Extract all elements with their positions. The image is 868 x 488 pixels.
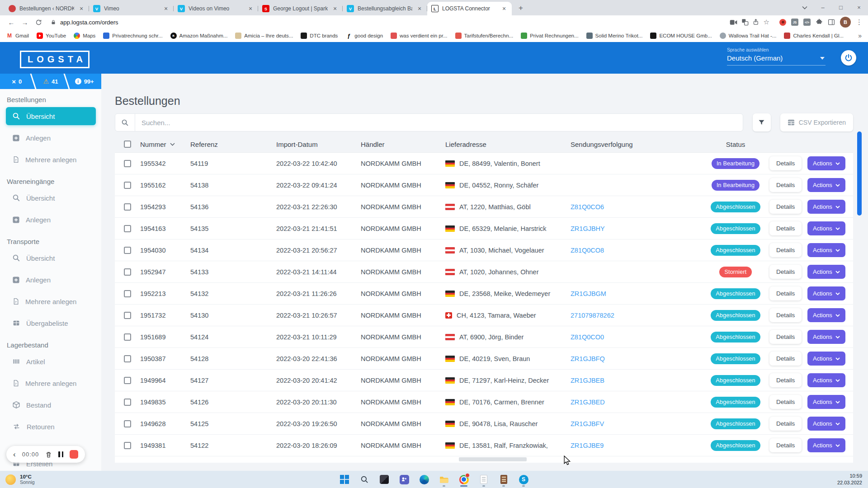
details-button[interactable]: Details <box>769 221 802 235</box>
column-haendler[interactable]: Händler <box>361 141 445 148</box>
details-button[interactable]: Details <box>769 330 802 344</box>
sidebar-item-transporte-anlegen[interactable]: Anlegen <box>6 271 96 289</box>
maximize-button[interactable]: □ <box>832 0 850 15</box>
row-checkbox[interactable] <box>124 160 131 167</box>
column-import-datum[interactable]: Import-Datum <box>276 141 361 148</box>
reload-icon[interactable] <box>33 16 44 28</box>
sidebar-item-transporte-mehrere-anlegen[interactable]: Mehrere anlegen <box>6 292 96 310</box>
details-button[interactable]: Details <box>769 417 802 431</box>
row-checkbox[interactable] <box>124 182 131 189</box>
taskbar-notepad-icon[interactable] <box>476 472 492 487</box>
minimize-button[interactable]: – <box>814 0 832 15</box>
bookmark-was-verdient-ein-pr-[interactable]: was verdient ein pr... <box>391 33 447 39</box>
actions-button[interactable]: Actions <box>807 265 845 279</box>
row-checkbox[interactable] <box>124 268 131 276</box>
actions-button[interactable]: Actions <box>807 330 845 344</box>
stat-warnings[interactable]: ⚠ 41 <box>34 74 68 89</box>
sidebar-item-transporte-übersicht[interactable]: Übersicht <box>6 249 96 267</box>
bookmark-gmail[interactable]: MGmail <box>6 33 29 39</box>
browser-tab-5[interactable]: VBestellungsabgleich Bankeingan× <box>343 2 427 15</box>
row-checkbox[interactable] <box>124 290 131 297</box>
puzzle-extensions-icon[interactable] <box>816 19 823 26</box>
bookmark-ecom-house-gmb-[interactable]: ECOM HOUSE Gmb... <box>650 33 712 39</box>
bookmarks-overflow-icon[interactable]: » <box>854 32 862 39</box>
sidebar-item-lagerbestand-artikel[interactable]: Artikel <box>6 352 96 371</box>
taskbar-search-icon[interactable] <box>356 472 373 487</box>
tab-close-icon[interactable]: × <box>162 5 170 12</box>
stop-recording-button[interactable] <box>70 450 78 459</box>
actions-button[interactable]: Actions <box>807 156 845 170</box>
tracking-link[interactable]: ZR1GJBEB <box>571 377 604 384</box>
actions-button[interactable]: Actions <box>807 438 845 452</box>
recorder-extension-icon[interactable] <box>779 19 786 26</box>
row-checkbox[interactable] <box>124 312 131 319</box>
actions-button[interactable]: Actions <box>807 373 845 387</box>
taskbar-start-icon[interactable] <box>336 472 353 487</box>
bookmark-dtc-brands[interactable]: DTC brands <box>301 33 338 39</box>
tab-close-icon[interactable]: × <box>500 5 508 12</box>
back-icon[interactable]: ← <box>5 16 17 28</box>
omnibox[interactable]: app.logsta.com/orders ☆ <box>46 16 774 28</box>
media-camera-icon[interactable] <box>730 19 737 25</box>
stat-errors[interactable]: × 0 <box>0 74 34 89</box>
collapse-chevron-icon[interactable]: ‹ <box>13 450 16 458</box>
close-button[interactable]: × <box>850 0 868 15</box>
row-checkbox[interactable] <box>124 247 131 254</box>
forward-icon[interactable]: → <box>19 16 31 28</box>
bookmark-solid-merino-trikot-[interactable]: Solid Merino Trikot... <box>586 33 643 39</box>
details-button[interactable]: Details <box>769 200 802 214</box>
details-button[interactable]: Details <box>769 178 802 192</box>
row-checkbox[interactable] <box>124 442 131 449</box>
url-text[interactable]: app.logsta.com/orders <box>60 19 118 26</box>
row-checkbox[interactable] <box>124 420 131 427</box>
taskbar-receipt-icon[interactable] <box>495 472 512 487</box>
row-checkbox[interactable] <box>124 399 131 406</box>
tracking-link[interactable]: 271079878262 <box>571 312 614 319</box>
sidebar-item-lagerbestand-mehrere-anlegen[interactable]: Mehrere anlegen <box>6 374 96 392</box>
taskbar-skype-icon[interactable]: S <box>515 472 532 487</box>
logout-power-button[interactable] <box>841 50 856 66</box>
details-button[interactable]: Details <box>769 395 802 409</box>
actions-button[interactable]: Actions <box>807 308 845 322</box>
sidebar-item-wareneingänge-übersicht[interactable]: Übersicht <box>6 189 96 207</box>
details-button[interactable]: Details <box>769 352 802 366</box>
tracking-link[interactable]: ZR1GJBFQ <box>571 355 605 362</box>
row-checkbox[interactable] <box>124 203 131 211</box>
tracking-link[interactable]: Z81Q0CO8 <box>571 247 604 254</box>
column-sendungsverfolgung[interactable]: Sendungsverfolgung <box>571 141 702 148</box>
side-panel-icon[interactable] <box>828 19 835 25</box>
bookmark-maps[interactable]: Maps <box>74 33 95 39</box>
language-selector[interactable]: Sprache auswählen Deutsch (German) <box>727 47 826 66</box>
filter-button[interactable] <box>753 113 771 131</box>
tab-close-icon[interactable]: × <box>78 5 85 12</box>
tab-close-icon[interactable]: × <box>416 5 423 12</box>
column-lieferadresse[interactable]: Lieferadresse <box>445 141 571 148</box>
tracking-link[interactable]: Z81Q0CO6 <box>571 203 604 211</box>
taskbar-folder-icon[interactable] <box>436 472 452 487</box>
translate-icon[interactable] <box>741 19 749 26</box>
browser-tab-1[interactable]: Bestellungen ‹ NORDKAMM — V× <box>5 2 89 15</box>
tab-search-icon[interactable] <box>796 0 814 15</box>
taskbar-media-icon[interactable] <box>376 472 392 487</box>
sidebar-item-lagerbestand-bestand[interactable]: Bestand <box>6 396 96 414</box>
js-extension-icon[interactable]: JS <box>791 19 798 26</box>
column-referenz[interactable]: Referenz <box>190 141 276 148</box>
browser-menu-icon[interactable]: ⋮ <box>856 18 863 26</box>
profile-avatar[interactable]: B <box>840 17 851 28</box>
actions-button[interactable]: Actions <box>807 286 845 300</box>
code-extension-icon[interactable]: </> <box>803 19 811 26</box>
actions-button[interactable]: Actions <box>807 200 845 214</box>
actions-button[interactable]: Actions <box>807 178 845 192</box>
details-button[interactable]: Details <box>769 156 802 170</box>
details-button[interactable]: Details <box>769 286 802 300</box>
delete-recording-button[interactable] <box>45 451 52 458</box>
browser-tab-4[interactable]: SGeorge Logout | Sparkasse Kufst× <box>258 2 343 15</box>
weather-widget[interactable]: 10°C Sonnig <box>5 474 35 485</box>
actions-button[interactable]: Actions <box>807 417 845 431</box>
tab-close-icon[interactable]: × <box>247 5 254 12</box>
stat-info[interactable]: i 99+ <box>67 74 101 89</box>
details-button[interactable]: Details <box>769 308 802 322</box>
taskbar-teams-icon[interactable] <box>396 472 412 487</box>
sidebar-item-transporte-übergabeliste[interactable]: Übergabeliste <box>6 314 96 332</box>
actions-button[interactable]: Actions <box>807 352 845 366</box>
